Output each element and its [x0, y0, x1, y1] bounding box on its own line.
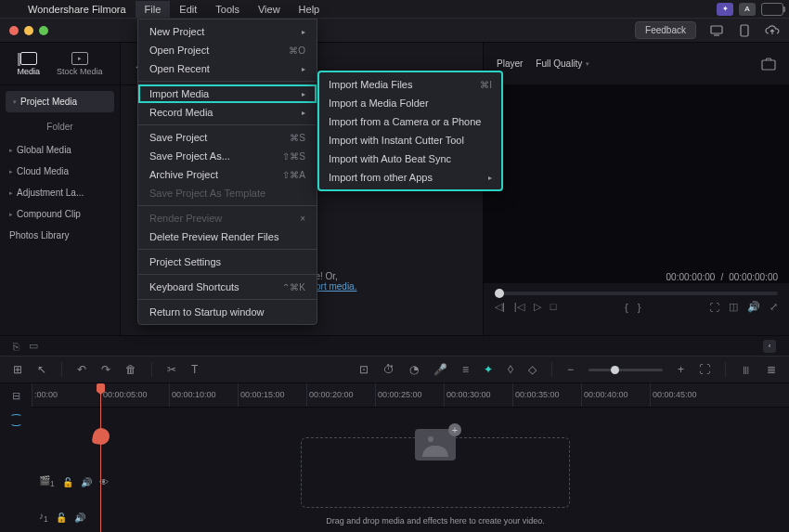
- menu-help[interactable]: Help: [290, 1, 330, 18]
- collapse-button[interactable]: ‹: [763, 340, 776, 353]
- menu-import-media[interactable]: Import Media▸: [138, 84, 317, 103]
- mute-icon[interactable]: 🔊: [81, 477, 92, 487]
- drop-zone-text: Drag and drop media and effects here to …: [302, 516, 569, 526]
- speed-icon[interactable]: ⏱: [383, 363, 394, 376]
- prev-frame-icon[interactable]: ◁|: [495, 301, 505, 313]
- lock-icon[interactable]: 🔓: [62, 477, 73, 487]
- video-track-icon[interactable]: 🎬1: [39, 475, 55, 488]
- camera-icon[interactable]: ◫: [729, 301, 738, 313]
- tab-media[interactable]: Media: [17, 52, 40, 76]
- menu-view[interactable]: View: [249, 1, 290, 18]
- pointer-icon[interactable]: ↖: [37, 363, 46, 376]
- zoom-slider[interactable]: [589, 369, 663, 371]
- menu-return-startup[interactable]: Return to Startup window: [138, 303, 317, 321]
- menu-edit[interactable]: Edit: [170, 1, 206, 18]
- menu-file[interactable]: File: [136, 1, 171, 18]
- grid-icon[interactable]: ⊞: [13, 363, 22, 376]
- lock-icon[interactable]: 🔓: [56, 513, 67, 523]
- video-track-header: 🎬1 🔓 🔊 👁: [32, 471, 109, 493]
- folder-icon[interactable]: ▭: [29, 340, 38, 352]
- submenu-import-camera[interactable]: Import from a Camera or a Phone: [319, 112, 501, 131]
- submenu-import-folder[interactable]: Import a Media Folder: [319, 94, 501, 112]
- menu-open-project[interactable]: Open Project⌘O: [138, 41, 317, 59]
- menu-save-template: Save Project As Template: [138, 184, 317, 202]
- screen-icon[interactable]: ⛶: [709, 302, 719, 313]
- volume-icon[interactable]: 🔊: [747, 301, 760, 313]
- sidebar-item-project-media[interactable]: ▾Project Media: [6, 91, 114, 112]
- prev-icon[interactable]: |◁: [514, 301, 524, 313]
- zoom-window-button[interactable]: [39, 26, 48, 35]
- media-icon: [20, 52, 37, 65]
- mixer-icon[interactable]: ⫼: [741, 363, 752, 376]
- new-folder-icon[interactable]: ⎘: [13, 341, 19, 352]
- svg-rect-0: [711, 26, 722, 33]
- sidebar-item-compound-clip[interactable]: ▸Compound Clip: [0, 203, 120, 225]
- mute-icon[interactable]: 🔊: [74, 513, 85, 523]
- submenu-import-files[interactable]: Import Media Files⌘I: [319, 75, 501, 94]
- menu-tools[interactable]: Tools: [206, 1, 249, 18]
- link-tracks-icon[interactable]: ⁐: [0, 408, 32, 432]
- time-current: 00:00:00:00: [666, 272, 716, 282]
- zoom-in-icon[interactable]: +: [678, 363, 684, 376]
- menu-new-project[interactable]: New Project▸: [138, 22, 317, 41]
- menu-save-project[interactable]: Save Project⌘S: [138, 128, 317, 147]
- quality-dropdown[interactable]: Full Quality ▾: [536, 58, 589, 69]
- player-viewport[interactable]: [484, 85, 789, 283]
- crop-icon[interactable]: ⊡: [359, 363, 369, 376]
- menu-project-settings[interactable]: Project Settings: [138, 253, 317, 271]
- desktop-icon[interactable]: [709, 24, 724, 37]
- sidebar-item-photos-library[interactable]: Photos Library: [0, 225, 120, 246]
- menu-save-as[interactable]: Save Project As...⇧⌘S: [138, 147, 317, 165]
- text-icon[interactable]: T: [191, 363, 198, 376]
- marker[interactable]: [92, 427, 111, 447]
- close-window-button[interactable]: [9, 26, 19, 35]
- menu-record-media[interactable]: Record Media▸: [138, 103, 317, 122]
- minimize-window-button[interactable]: [24, 26, 33, 35]
- fullscreen-icon[interactable]: ⤢: [770, 301, 778, 313]
- mark-in-icon[interactable]: {: [625, 302, 628, 313]
- media-sidebar: Media Stock Media ▾Project Media Folder …: [0, 43, 121, 335]
- delete-icon[interactable]: 🗑: [125, 363, 136, 376]
- menu-shortcuts[interactable]: Keyboard Shortcuts⌃⌘K: [138, 278, 317, 296]
- sidebar-item-global-media[interactable]: ▸Global Media: [0, 139, 120, 161]
- snapshot-icon[interactable]: [761, 58, 776, 71]
- submenu-import-beat[interactable]: Import with Auto Beat Sync: [319, 149, 501, 168]
- play-icon[interactable]: ▷: [534, 301, 541, 313]
- effects-icon[interactable]: ✦: [484, 363, 493, 376]
- marker-icon[interactable]: ◊: [508, 363, 513, 376]
- tab-stock-media[interactable]: Stock Media: [57, 52, 103, 76]
- mobile-icon[interactable]: [737, 24, 752, 37]
- submenu-import-cutter[interactable]: Import with Instant Cutter Tool: [319, 131, 501, 149]
- redo-icon[interactable]: ↷: [101, 363, 110, 376]
- menu-archive[interactable]: Archive Project⇧⌘A: [138, 165, 317, 184]
- cut-icon[interactable]: ✂: [167, 363, 176, 376]
- cloud-upload-icon[interactable]: [765, 24, 780, 37]
- timeline-ruler[interactable]: :00:00 00:00:05:00 00:00:10:00 00:00:15:…: [32, 383, 789, 408]
- timeline-settings-icon[interactable]: ⊟: [0, 383, 32, 408]
- visibility-icon[interactable]: 👁: [99, 477, 109, 487]
- mark-out-icon[interactable]: }: [638, 302, 641, 313]
- audio-icon[interactable]: ≡: [462, 363, 469, 376]
- audio-track-icon[interactable]: ♪1: [39, 511, 48, 524]
- stop-icon[interactable]: □: [550, 301, 557, 313]
- media-placeholder-icon: [415, 429, 456, 461]
- menubar-app-icon[interactable]: ✦: [717, 3, 733, 16]
- mic-icon[interactable]: 🎤: [433, 363, 447, 376]
- more-icon[interactable]: ≣: [767, 363, 776, 376]
- folder-label[interactable]: Folder: [0, 114, 120, 139]
- timeline-drop-zone[interactable]: Drag and drop media and effects here to …: [301, 437, 570, 508]
- menu-open-recent[interactable]: Open Recent▸: [138, 59, 317, 78]
- keyframe-icon[interactable]: ◇: [528, 363, 537, 376]
- zoom-out-icon[interactable]: −: [567, 363, 574, 376]
- feedback-button[interactable]: Feedback: [635, 21, 696, 39]
- sidebar-item-cloud-media[interactable]: ▸Cloud Media: [0, 161, 120, 182]
- undo-icon[interactable]: ↶: [77, 363, 86, 376]
- color-icon[interactable]: ◔: [409, 363, 419, 376]
- submenu-import-apps[interactable]: Import from other Apps▸: [319, 168, 501, 187]
- menu-delete-render[interactable]: Delete Preview Render Files: [138, 227, 317, 246]
- sidebar-item-adjustment-layer[interactable]: ▸Adjustment La...: [0, 182, 120, 203]
- player-scrubber[interactable]: [495, 292, 778, 295]
- zoom-fit-icon[interactable]: ⛶: [699, 363, 710, 376]
- playhead[interactable]: [100, 383, 101, 532]
- menubar-a-icon[interactable]: A: [739, 3, 756, 16]
